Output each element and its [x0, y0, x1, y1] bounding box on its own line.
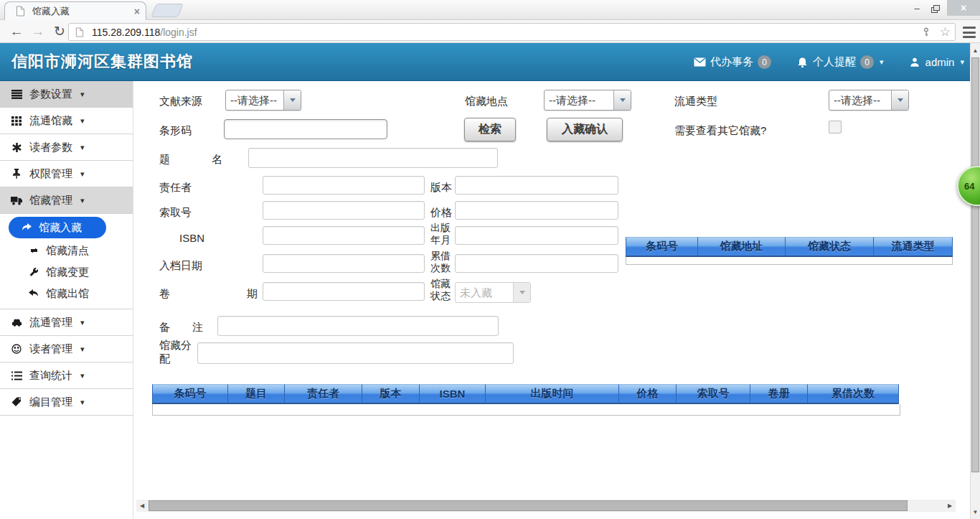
column-header[interactable]: 流通类型 [874, 237, 953, 257]
scroll-down-icon[interactable]: ▼ [971, 506, 980, 518]
borrow-count-label: 累借次数 [430, 250, 455, 274]
barcode-input[interactable] [224, 119, 387, 139]
chat-widget-badge: 64 [964, 181, 974, 192]
column-header[interactable]: 馆藏地址 [698, 237, 786, 257]
browser-tab[interactable]: 馆藏入藏 × [4, 1, 146, 20]
asterisk-icon [10, 143, 23, 152]
sidebar-item-permission-management[interactable]: 权限管理 ▾ [0, 161, 133, 187]
vertical-scrollbar-thumb[interactable] [971, 57, 979, 472]
holding-status-select: 未入藏 [455, 282, 531, 303]
scroll-left-icon[interactable]: ◀ [136, 500, 148, 512]
pending-tasks-badge: 0 [758, 55, 771, 69]
browser-window: 馆藏入藏 × – × ← → ↻ 115.28.209.118/login.js… [0, 0, 980, 519]
personal-alerts-label: 个人提醒 [813, 55, 856, 69]
sidebar-item-holdings-management[interactable]: 馆藏管理 ▾ [0, 187, 133, 214]
personal-alerts-menu[interactable]: 个人提醒 0 ▾ [796, 55, 884, 69]
edition-input[interactable] [455, 176, 618, 195]
restore-button[interactable] [927, 3, 947, 13]
vertical-scrollbar[interactable]: ▲ ▼ [970, 43, 980, 519]
personal-alerts-badge: 0 [860, 55, 874, 69]
page-icon [73, 27, 86, 37]
bell-icon [796, 57, 809, 68]
back-icon[interactable]: ← [7, 22, 26, 41]
archive-date-input[interactable] [263, 254, 425, 273]
scroll-up-icon[interactable]: ▲ [971, 45, 980, 56]
refresh-icon[interactable]: ↻ [50, 22, 69, 41]
isbn-input[interactable] [263, 226, 425, 245]
column-header[interactable]: 卷册 [750, 384, 808, 404]
title-label: 名 [212, 153, 222, 167]
title-input[interactable] [248, 148, 498, 168]
sidebar-item-holdings-accession[interactable]: 馆藏入藏 [9, 217, 106, 238]
minimize-button[interactable]: – [907, 3, 927, 14]
pending-tasks-menu[interactable]: 代办事务 0 [693, 55, 771, 69]
sidebar-item-circulation-management[interactable]: 流通管理 ▾ [0, 309, 133, 336]
sidebar-item-reader-parameters[interactable]: 读者参数 ▾ [0, 134, 133, 161]
results-table-header: 条码号 题目 责任者 版本 ISBN 出版时间 价格 索取号 卷册 累借次数 [152, 384, 899, 404]
author-label: 责任者 [159, 181, 192, 195]
issue-input[interactable] [263, 282, 425, 301]
accession-confirm-button[interactable]: 入藏确认 [547, 118, 623, 141]
price-input[interactable] [455, 201, 618, 220]
url-text[interactable]: 115.28.209.118/login.jsf [92, 27, 920, 38]
remark-label: 备 [159, 321, 170, 335]
sidebar-item-holdings-change[interactable]: 馆藏变更 [0, 261, 133, 283]
chevron-down-icon: ▾ [80, 371, 85, 380]
new-tab-button[interactable] [151, 4, 184, 17]
holdings-submenu: 馆藏入藏 馆藏清点 馆藏变更 馆藏出馆 [0, 214, 133, 309]
sidebar-item-circulation-holdings[interactable]: 流通馆藏 ▾ [0, 108, 133, 134]
pushpin-icon [10, 169, 23, 179]
url-host: 115.28.209.118 [92, 27, 160, 38]
column-header[interactable]: 版本 [362, 384, 420, 404]
chevron-down-icon [513, 283, 530, 302]
chevron-down-icon: ▾ [80, 398, 85, 407]
column-header[interactable]: 索取号 [677, 384, 750, 404]
horizontal-scrollbar-thumb[interactable] [149, 500, 908, 511]
bookmark-star-icon[interactable]: ☆ [940, 24, 951, 39]
key-icon[interactable] [920, 27, 933, 38]
truck-icon [10, 196, 23, 205]
sidebar-item-parameter-settings[interactable]: 参数设置 ▾ [0, 81, 133, 108]
column-header[interactable]: 题目 [228, 384, 285, 404]
sidebar-item-holdings-checkout[interactable]: 馆藏出馆 [0, 283, 133, 304]
sidebar-item-holdings-inventory[interactable]: 馆藏清点 [0, 240, 133, 261]
holding-location-label: 馆藏地点 [465, 95, 508, 108]
borrow-count-input[interactable] [455, 254, 618, 273]
browser-menu-icon[interactable] [961, 26, 977, 39]
doc-source-select[interactable]: --请选择-- [225, 90, 301, 111]
chevron-down-icon[interactable] [283, 90, 301, 110]
column-header[interactable]: ISBN [420, 384, 486, 404]
circulation-type-select[interactable]: --请选择-- [829, 90, 909, 111]
scroll-right-icon[interactable]: ▶ [944, 500, 956, 512]
column-header[interactable]: 条码号 [626, 237, 698, 257]
user-menu[interactable]: admin ▾ [908, 56, 964, 68]
chevron-down-icon[interactable] [613, 90, 631, 110]
forward-icon[interactable]: → [29, 22, 47, 41]
column-header[interactable]: 价格 [619, 384, 677, 404]
tab-close-icon[interactable]: × [134, 6, 140, 17]
horizontal-scrollbar[interactable]: ◀ ▶ [136, 500, 956, 512]
column-header[interactable]: 馆藏状态 [786, 237, 874, 257]
sidebar-item-cataloging-management[interactable]: 编目管理 ▾ [0, 389, 133, 416]
column-header[interactable]: 出版时间 [486, 384, 619, 404]
call-number-input[interactable] [263, 201, 425, 220]
pending-tasks-label: 代办事务 [710, 55, 753, 69]
column-header[interactable]: 责任者 [285, 384, 362, 404]
author-input[interactable] [263, 176, 425, 195]
column-header[interactable]: 累借次数 [808, 384, 899, 404]
edition-label: 版本 [430, 181, 452, 195]
remark-input[interactable] [217, 316, 499, 336]
close-button[interactable]: × [947, 0, 980, 16]
holding-allocation-input[interactable] [197, 342, 514, 364]
column-header[interactable]: 条码号 [152, 384, 228, 404]
chevron-down-icon[interactable] [891, 90, 908, 110]
sidebar-item-reader-management[interactable]: 读者管理 ▾ [0, 336, 133, 363]
holding-location-select[interactable]: --请选择-- [544, 90, 631, 111]
pub-date-input[interactable] [455, 226, 618, 245]
holdings-table-empty-row [626, 257, 953, 265]
sidebar-item-query-statistics[interactable]: 查询统计 ▾ [0, 363, 133, 389]
envelope-icon [693, 57, 706, 67]
url-bar[interactable]: 115.28.209.118/login.jsf ☆ [68, 23, 956, 41]
search-button[interactable]: 检索 [464, 118, 516, 141]
check-other-holdings-checkbox[interactable] [829, 121, 842, 134]
